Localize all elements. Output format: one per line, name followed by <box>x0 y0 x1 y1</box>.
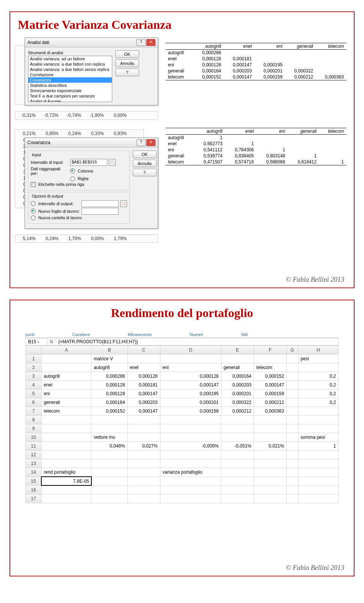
cancel-button[interactable]: Annulla <box>115 60 139 67</box>
bg-row2: 5,14% 0,24% 1,70% 0,00% 1,79% <box>15 234 158 243</box>
correlation-table: autogrill enel eni generali telecom auto… <box>166 128 346 165</box>
covariance-table: autogrill enel eni generali telecom auto… <box>166 43 346 80</box>
output-range-field[interactable] <box>82 200 119 207</box>
analisi-dati-dialog: Analisi dati ? ✕ Strumenti di analisi An… <box>25 38 158 105</box>
slide2-title: Rendimento del portafoglio <box>18 306 346 320</box>
slide-covariance: Matrice Varianza Covarianza 3 -0 2 -0 1 … <box>9 11 355 288</box>
help-icon[interactable]: ? <box>136 139 146 146</box>
chk-first-row[interactable] <box>31 182 36 187</box>
ribbon-groups: punti Carattere Allineamento Numeri Stil… <box>25 331 339 338</box>
chevron-down-icon: ▾ <box>38 340 39 344</box>
radio-rows[interactable] <box>70 176 75 181</box>
credit: © Fabio Bellini 2013 <box>286 276 344 284</box>
cancel-button[interactable]: Annulla <box>133 160 157 167</box>
range-picker-icon[interactable]: ⬚ <box>109 159 116 166</box>
slide1-title: Matrice Varianza Covarianza <box>18 18 346 32</box>
close-icon[interactable]: ✕ <box>146 39 155 46</box>
bg-row: -0,31% -0,72% -0,74% -1,90% 0,00% <box>15 111 158 120</box>
help-icon[interactable]: ? <box>136 39 146 46</box>
new-sheet-field[interactable] <box>82 208 119 215</box>
spreadsheet[interactable]: ABCDEFGH 1matrice Vpesi2autogrilleneleni… <box>25 345 339 503</box>
name-box[interactable]: B15▾ <box>26 338 47 345</box>
input-range-label: Intervallo di input: <box>31 160 69 165</box>
radio-columns[interactable] <box>70 168 75 173</box>
dlg2-title: Covarianza <box>27 140 50 145</box>
covarianza-dialog: Covarianza ? ✕ Input Intervallo di input… <box>25 138 158 229</box>
ok-button[interactable]: OK <box>115 50 139 58</box>
close-icon[interactable]: ✕ <box>146 139 155 146</box>
radio-new-workbook[interactable] <box>31 215 36 220</box>
slide-portfolio: Rendimento del portafoglio punti Caratte… <box>9 300 355 576</box>
dlg-title: Analisi dati <box>27 40 49 45</box>
fx-icon[interactable]: fx <box>47 339 56 344</box>
tools-label: Strumenti di analisi <box>28 50 112 55</box>
tools-listbox[interactable]: Analisi varianza: ad un fattore Analisi … <box>28 56 112 102</box>
range-picker-icon[interactable]: ⬚ <box>120 200 127 207</box>
radio-new-sheet[interactable] <box>31 209 36 214</box>
help-button[interactable]: ? <box>133 169 157 176</box>
formula-value[interactable]: {=MATR.PRODOTTO(B11:F11;H3:H7)} <box>56 338 140 345</box>
ok-button[interactable]: OK <box>133 151 157 158</box>
radio-output-range[interactable] <box>31 201 36 206</box>
help-button[interactable]: ? <box>115 69 139 76</box>
formula-bar: B15▾ fx {=MATR.PRODOTTO(B11:F11;H3:H7)} <box>25 338 339 345</box>
input-range-field[interactable]: $A$1:$E$315 <box>70 159 107 166</box>
credit: © Fabio Bellini 2013 <box>286 564 344 572</box>
bg-data-2: 0,21% 0,95% 0,24% 0,33% 0,93% <box>15 129 144 138</box>
